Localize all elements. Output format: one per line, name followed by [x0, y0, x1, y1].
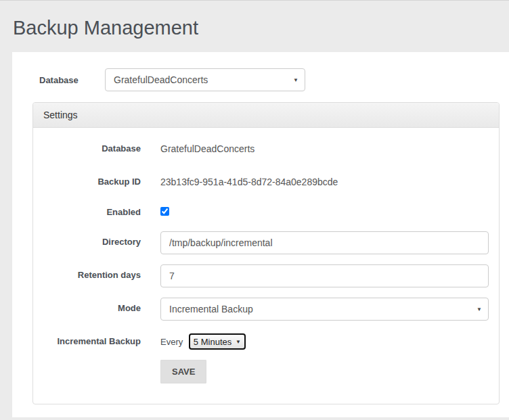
settings-panel-header: Settings: [33, 103, 499, 128]
enabled-row: Enabled: [43, 204, 489, 221]
directory-input[interactable]: [160, 231, 489, 254]
incremental-backup-label: Incremental Backup: [43, 331, 141, 350]
every-label: Every: [160, 337, 183, 347]
directory-row: Directory: [43, 231, 489, 254]
enabled-checkbox[interactable]: [160, 207, 169, 216]
database-select-wrap: GratefulDeadConcerts ▼: [105, 68, 305, 91]
content-card: Database GratefulDeadConcerts ▼ Settings…: [12, 52, 509, 417]
save-button[interactable]: SAVE: [160, 360, 206, 383]
enabled-label: Enabled: [43, 204, 141, 221]
directory-label: Directory: [43, 231, 141, 254]
database-selector-label: Database: [39, 75, 84, 85]
database-value: GratefulDeadConcerts: [160, 138, 489, 161]
settings-panel-body: Database GratefulDeadConcerts Backup ID …: [33, 128, 499, 404]
database-row: Database GratefulDeadConcerts: [43, 138, 489, 161]
settings-panel: Settings Database GratefulDeadConcerts B…: [32, 102, 500, 404]
backup-id-value: 23b13fc9-951a-41d5-8d72-84a0e289bcde: [160, 171, 489, 194]
retention-days-label: Retention days: [43, 264, 141, 287]
mode-select[interactable]: Incremental Backup: [160, 298, 489, 321]
database-label: Database: [43, 138, 141, 161]
incremental-backup-row: Incremental Backup Every 5 Minutes ▼: [43, 331, 489, 350]
interval-select-wrap: 5 Minutes ▼: [189, 333, 246, 350]
backup-id-label: Backup ID: [43, 171, 141, 194]
interval-select[interactable]: 5 Minutes: [189, 333, 246, 350]
retention-days-row: Retention days: [43, 264, 489, 287]
save-row: SAVE: [160, 360, 489, 383]
page-title: Backup Management: [0, 1, 509, 52]
mode-select-wrap: Incremental Backup ▼: [160, 298, 489, 321]
database-selector-row: Database GratefulDeadConcerts ▼: [22, 68, 500, 91]
retention-days-input[interactable]: [160, 264, 489, 287]
mode-label: Mode: [43, 298, 141, 321]
mode-row: Mode Incremental Backup ▼: [43, 298, 489, 321]
backup-id-row: Backup ID 23b13fc9-951a-41d5-8d72-84a0e2…: [43, 171, 489, 194]
database-select[interactable]: GratefulDeadConcerts: [105, 68, 305, 91]
